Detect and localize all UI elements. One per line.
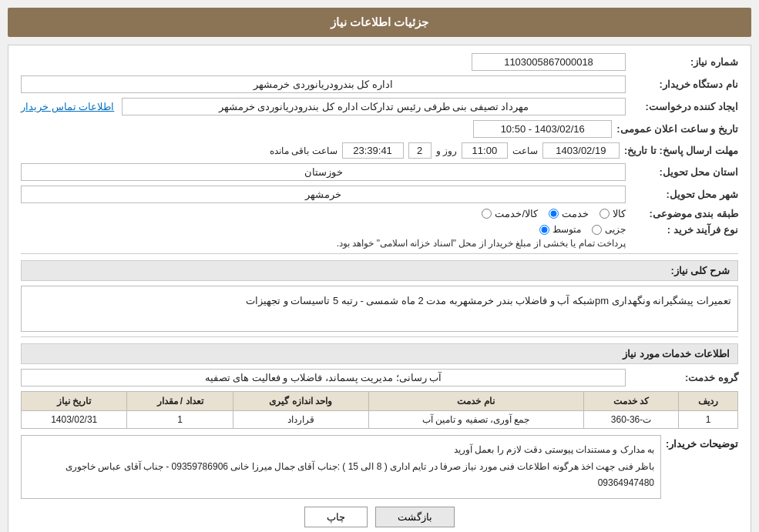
- response-time-label: ساعت: [512, 146, 538, 156]
- category-label: طبقه بندی موضوعی:: [630, 208, 738, 219]
- category-kala-radio[interactable]: [599, 209, 610, 219]
- table-cell-qty: 1: [127, 411, 233, 429]
- category-kala-khedmat-label: کالا/خدمت: [495, 208, 538, 219]
- needs-table: ردیف کد خدمت نام خدمت واحد اندازه گیری ت…: [21, 391, 738, 429]
- buyer-notes-label: توضیحات خریدار:: [666, 435, 738, 450]
- table-header-date: تاریخ نیاز: [22, 392, 127, 411]
- process-note: پرداخت تمام یا بخشی از مبلغ خریدار از مح…: [21, 238, 626, 249]
- category-option-kala[interactable]: کالا: [599, 208, 626, 219]
- response-days: 2: [408, 142, 432, 159]
- countdown-label: ساعت باقی مانده: [270, 146, 338, 156]
- need-number-value: 1103005867000018: [472, 53, 626, 71]
- response-deadline-label: مهلت ارسال پاسخ: تا تاریخ:: [624, 145, 738, 156]
- city-label: شهر محل تحویل:: [630, 189, 738, 200]
- table-header-code: کد خدمت: [583, 392, 679, 411]
- buyer-notes-value: به مدارک و مستندات پیوستی دقت لازم را بع…: [21, 435, 661, 499]
- category-khedmat-label: خدمت: [562, 208, 589, 219]
- description-value: تعمیرات پیشگیرانه ونگهداری pmشبکه آب و ف…: [21, 286, 738, 332]
- process-option-jozi[interactable]: جزیی: [592, 224, 626, 235]
- page-title: جزئیات اطلاعات نیاز: [8, 8, 751, 37]
- date-value: 1403/02/16 - 10:50: [473, 120, 612, 138]
- process-jozi-radio[interactable]: [592, 225, 602, 235]
- category-option-kala-khedmat[interactable]: کالا/خدمت: [482, 208, 538, 219]
- category-radio-group: کالا خدمت کالا/خدمت: [482, 208, 626, 219]
- process-motavasset-radio[interactable]: [539, 225, 549, 235]
- table-cell-name: جمع آوری، تصفیه و تامین آب: [368, 411, 583, 429]
- back-button[interactable]: بازگشت: [375, 507, 455, 527]
- creator-label: ایجاد کننده درخواست:: [630, 101, 738, 112]
- buttons-row: بازگشت چاپ: [21, 507, 738, 527]
- table-row: 1ت-36-360جمع آوری، تصفیه و تامین آبقرارد…: [22, 411, 738, 429]
- response-date: 1403/02/19: [542, 142, 620, 159]
- process-label: نوع فرآیند خرید :: [630, 224, 738, 236]
- table-header-qty: تعداد / مقدار: [127, 392, 233, 411]
- service-info-section-title: اطلاعات خدمات مورد نیاز: [21, 343, 738, 364]
- countdown: 23:39:41: [342, 142, 404, 159]
- table-header-name: نام خدمت: [368, 392, 583, 411]
- description-section-title: شرح کلی نیاز:: [21, 260, 738, 281]
- process-option-motavasset[interactable]: متوسط: [539, 224, 581, 235]
- buyer-org-label: نام دستگاه خریدار:: [630, 79, 738, 90]
- table-cell-unit: قرارداد: [233, 411, 368, 429]
- date-label: تاریخ و ساعت اعلان عمومی:: [616, 123, 738, 135]
- table-header-row: ردیف: [679, 392, 738, 411]
- response-time: 11:00: [462, 142, 508, 159]
- table-cell-row: 1: [679, 411, 738, 429]
- service-group-label: گروه خدمت:: [630, 372, 738, 383]
- process-motavasset-label: متوسط: [552, 224, 581, 235]
- city-value: خرمشهر: [21, 186, 626, 203]
- province-value: خوزستان: [21, 163, 626, 181]
- creator-contact-link[interactable]: اطلاعات تماس خریدار: [21, 101, 114, 112]
- need-number-label: شماره نیاز:: [630, 56, 738, 68]
- category-khedmat-radio[interactable]: [549, 209, 559, 219]
- category-kala-label: کالا: [613, 208, 626, 219]
- service-group-value: آب رسانی؛ مدیریت پسماند، فاضلاب و فعالیت…: [21, 369, 626, 386]
- table-header-unit: واحد اندازه گیری: [233, 392, 368, 411]
- category-option-khedmat[interactable]: خدمت: [549, 208, 589, 219]
- province-label: استان محل تحویل:: [630, 166, 738, 178]
- creator-value: مهرداد تصیفی بنی طرفی رئیس تدارکات اداره…: [122, 98, 626, 115]
- category-kala-khedmat-radio[interactable]: [482, 209, 492, 219]
- response-day-label: روز و: [436, 146, 457, 156]
- table-cell-date: 1403/02/31: [22, 411, 127, 429]
- process-jozi-label: جزیی: [605, 224, 626, 235]
- table-cell-code: ت-36-360: [583, 411, 679, 429]
- buyer-org-value: اداره کل بندرودریانوردی خرمشهر: [21, 75, 626, 93]
- print-button[interactable]: چاپ: [304, 507, 368, 527]
